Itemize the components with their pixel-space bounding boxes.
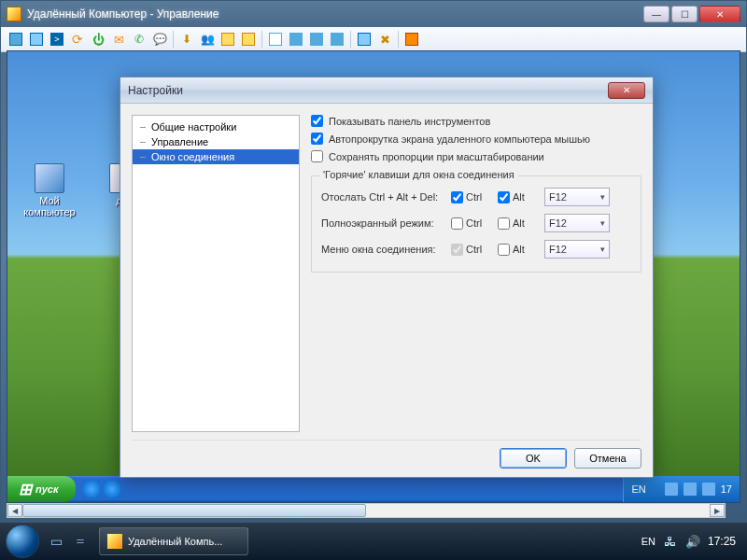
hotkey-row: Меню окна соединения:CtrlAltF12 <box>321 240 631 259</box>
hotkey-row: Отослать Ctrl + Alt + Del:CtrlAltF12 <box>321 188 631 206</box>
tree-item-connection-window[interactable]: Окно соединения <box>133 149 299 164</box>
tb-chat-icon[interactable]: ✉ <box>109 30 128 49</box>
dialog-title: Настройки <box>128 84 608 97</box>
xp-tray: EN 17 <box>623 476 740 502</box>
titlebar[interactable]: Удалённый Компьютер - Управление <box>1 1 746 27</box>
xp-ql-media-icon[interactable] <box>104 481 120 497</box>
hotkey-combo[interactable]: F12 <box>544 188 610 206</box>
taskbar-app-button[interactable]: Удалённый Компь... <box>99 527 248 555</box>
tb-lock-icon[interactable] <box>218 30 237 49</box>
tb-copy-icon[interactable] <box>355 30 374 49</box>
cancel-button[interactable]: Отмена <box>574 448 641 469</box>
desktop-icon-mycomputer[interactable]: Мой компьютер <box>17 163 82 217</box>
xp-ql-ie-icon[interactable] <box>83 481 100 497</box>
scroll-left-button[interactable]: ◀ <box>7 504 22 517</box>
chk-autoscroll[interactable] <box>311 133 323 145</box>
start-orb[interactable] <box>6 525 39 558</box>
hotkey-combo[interactable]: F12 <box>544 214 610 232</box>
xp-tray-icon[interactable] <box>684 483 697 496</box>
hotkey-row: Полноэкранный режим:CtrlAltF12 <box>321 214 631 232</box>
ql-show-desktop-icon[interactable]: ▭ <box>45 530 67 553</box>
row-label: Отослать Ctrl + Alt + Del: <box>321 191 447 203</box>
close-button[interactable] <box>699 6 740 22</box>
xp-clock: 17 <box>721 483 732 495</box>
chk-alt[interactable]: Alt <box>498 244 541 256</box>
scroll-thumb[interactable] <box>22 504 366 517</box>
group-label: 'Горячие' клавиши для окна соединения <box>319 169 518 180</box>
tb-call-icon[interactable]: ✆ <box>130 30 148 49</box>
settings-dialog: Настройки ✕ Общие настройки Управление О… <box>120 77 654 478</box>
chk-ctrl: Ctrl <box>451 244 494 256</box>
maximize-button[interactable] <box>671 6 698 22</box>
tb-info-icon[interactable] <box>239 30 258 49</box>
tray-network-icon[interactable]: 🖧 <box>663 534 678 549</box>
host-tray: EN 🖧 🔊 17:25 <box>641 534 741 549</box>
tb-view2-icon[interactable] <box>287 30 305 49</box>
tb-settings-icon[interactable]: ✖ <box>375 30 394 49</box>
host-clock: 17:25 <box>708 535 736 548</box>
tree-item-control[interactable]: Управление <box>133 134 299 149</box>
tb-power-icon[interactable]: ⏻ <box>89 30 107 49</box>
host-lang[interactable]: EN <box>641 536 655 547</box>
row-label: Меню окна соединения: <box>321 244 447 255</box>
tb-terminal-icon[interactable]: > <box>48 30 66 49</box>
tb-users-icon[interactable]: 👥 <box>198 30 217 49</box>
chk-show-toolbar[interactable] <box>311 115 323 127</box>
minimize-button[interactable] <box>643 6 669 22</box>
ok-button[interactable]: OK <box>500 448 567 469</box>
tb-exit-icon[interactable] <box>402 30 421 49</box>
xp-tray-icon[interactable] <box>702 483 715 496</box>
settings-tree[interactable]: Общие настройки Управление Окно соединен… <box>132 115 300 432</box>
app-icon <box>7 7 21 21</box>
settings-panel: Показывать панель инструментов Автопрокр… <box>311 115 641 428</box>
remote-taskbar: ⊞пуск EN 17 <box>7 476 740 502</box>
host-taskbar: ▭ ＝ Удалённый Компь... EN 🖧 🔊 17:25 <box>0 523 747 560</box>
tb-view4-icon[interactable] <box>328 30 346 49</box>
tb-refresh-icon[interactable]: ⟳ <box>68 30 87 49</box>
xp-tray-icon[interactable] <box>665 483 678 496</box>
tb-download-icon[interactable]: ⬇ <box>177 30 196 49</box>
window-title: Удалённый Компьютер - Управление <box>27 7 643 21</box>
hotkey-combo[interactable]: F12 <box>544 240 610 259</box>
task-app-icon <box>107 534 122 549</box>
tb-fullscreen-icon[interactable] <box>7 30 25 49</box>
tray-volume-icon[interactable]: 🔊 <box>685 534 700 549</box>
tb-screen-icon[interactable] <box>27 30 46 49</box>
chk-ctrl[interactable]: Ctrl <box>451 217 494 230</box>
hotkeys-group: 'Горячие' клавиши для окна соединения От… <box>311 175 641 273</box>
row-label: Полноэкранный режим: <box>321 217 447 229</box>
dialog-close-button[interactable]: ✕ <box>608 82 645 99</box>
xp-start-button[interactable]: ⊞пуск <box>7 476 76 502</box>
scroll-right-button[interactable]: ▶ <box>710 504 725 517</box>
tb-view1-icon[interactable] <box>266 30 285 49</box>
tree-item-general[interactable]: Общие настройки <box>133 119 299 134</box>
tb-message-icon[interactable]: 💬 <box>150 30 169 49</box>
xp-lang[interactable]: EN <box>631 483 645 495</box>
chk-alt[interactable]: Alt <box>498 191 541 203</box>
tb-view3-icon[interactable] <box>307 30 326 49</box>
dialog-titlebar[interactable]: Настройки ✕ <box>120 77 653 104</box>
scrollbar-horizontal[interactable]: ◀ ▶ <box>7 503 726 518</box>
chk-alt[interactable]: Alt <box>498 217 541 230</box>
chk-aspect[interactable] <box>311 150 323 162</box>
toolbar: > ⟳ ⏻ ✉ ✆ 💬 ⬇ 👥 ✖ <box>1 27 746 52</box>
ql-switch-icon[interactable]: ＝ <box>69 530 92 553</box>
chk-ctrl[interactable]: Ctrl <box>451 191 494 203</box>
